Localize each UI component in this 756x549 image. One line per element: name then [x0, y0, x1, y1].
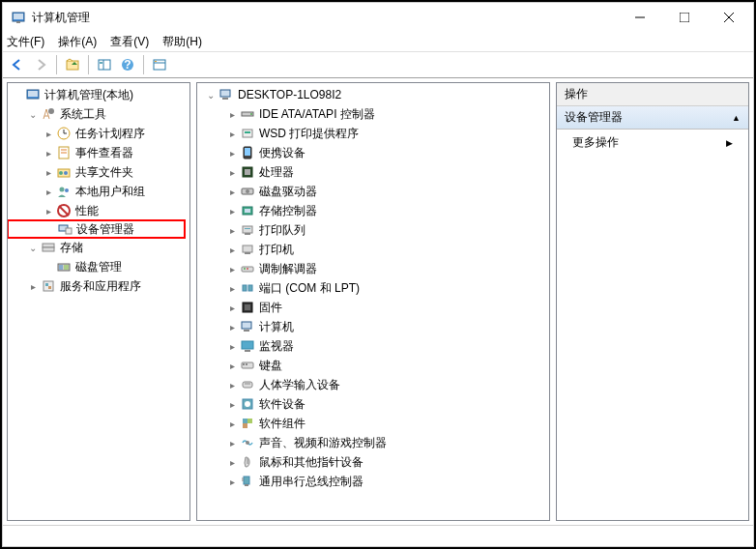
svg-rect-58	[245, 228, 250, 229]
device-category[interactable]: ▸通用串行总线控制器	[197, 472, 549, 491]
expand-icon[interactable]: ▸	[226, 456, 238, 468]
svg-rect-43	[222, 98, 228, 100]
device-category[interactable]: ▸打印队列	[197, 220, 549, 240]
device-category[interactable]: ▸人体学输入设备	[197, 375, 549, 394]
expand-icon[interactable]: ▸	[43, 186, 54, 197]
device-icon	[240, 261, 255, 276]
device-category[interactable]: ▸软件设备	[197, 394, 549, 414]
tree-local-users[interactable]: ▸本地用户和组	[8, 182, 189, 201]
expand-icon[interactable]: ▸	[226, 418, 238, 429]
device-category[interactable]: ▸处理器	[197, 162, 549, 182]
expand-icon[interactable]: ▸	[226, 108, 238, 120]
svg-rect-37	[59, 265, 63, 270]
tree-device-manager[interactable]: ▸设备管理器	[8, 219, 186, 239]
back-button[interactable]	[7, 54, 28, 75]
expand-icon[interactable]: ⌄	[205, 89, 217, 101]
forward-button[interactable]	[30, 54, 51, 75]
collapse-icon[interactable]: ▲	[732, 113, 741, 123]
device-category[interactable]: ▸计算机	[197, 317, 549, 336]
device-category[interactable]: ▸监视器	[197, 336, 549, 356]
expand-icon[interactable]: ▸	[43, 128, 54, 139]
menu-view[interactable]: 查看(V)	[110, 34, 149, 50]
svg-rect-41	[48, 286, 51, 289]
expand-icon[interactable]: ▸	[226, 379, 238, 390]
menu-file[interactable]: 文件(F)	[7, 34, 44, 50]
tree-performance[interactable]: ▸性能	[8, 201, 189, 220]
expand-icon[interactable]: ▸	[226, 128, 238, 139]
up-button[interactable]	[62, 54, 83, 75]
tree-storage[interactable]: ⌄存储	[8, 238, 189, 257]
expand-icon[interactable]: ▸	[43, 205, 54, 217]
svg-rect-73	[243, 363, 245, 365]
device-tree[interactable]: ⌄DESKTOP-1LO98I2 ▸IDE ATA/ATAPI 控制器▸WSD …	[197, 83, 549, 520]
expand-icon[interactable]: ▸	[226, 360, 238, 371]
help-button[interactable]: ?	[117, 54, 138, 75]
device-icon	[240, 222, 255, 238]
device-icon	[240, 435, 255, 450]
titlebar[interactable]: 计算机管理	[3, 3, 753, 32]
console-tree[interactable]: ▸计算机管理(本地) ⌄系统工具 ▸任务计划程序 ▸事件查看器 ▸共享文件夹 ▸…	[8, 83, 189, 520]
device-category[interactable]: ▸鼠标和其他指针设备	[197, 452, 549, 472]
expand-icon[interactable]: ▸	[226, 340, 238, 352]
device-icon	[240, 319, 255, 334]
expand-icon[interactable]: ▸	[226, 263, 238, 274]
expand-icon[interactable]: ▸	[226, 321, 238, 332]
device-category[interactable]: ▸软件组件	[197, 414, 549, 433]
tree-event-viewer[interactable]: ▸事件查看器	[8, 143, 189, 162]
expand-icon[interactable]: ▸	[43, 147, 54, 159]
device-category[interactable]: ▸键盘	[197, 356, 549, 375]
device-category[interactable]: ▸IDE ATA/ATAPI 控制器	[197, 104, 549, 124]
properties-button[interactable]	[149, 54, 170, 75]
expand-icon[interactable]: ▸	[27, 280, 39, 292]
expand-icon[interactable]: ▸	[226, 205, 238, 217]
tree-shared-folders[interactable]: ▸共享文件夹	[8, 162, 189, 182]
expand-icon[interactable]: ▸	[226, 166, 238, 178]
tree-root[interactable]: ▸计算机管理(本地)	[8, 85, 189, 104]
svg-rect-84	[244, 477, 249, 484]
menu-help[interactable]: 帮助(H)	[162, 34, 202, 50]
expand-icon[interactable]: ▸	[226, 224, 238, 236]
device-root[interactable]: ⌄DESKTOP-1LO98I2	[197, 85, 549, 104]
device-icon	[240, 416, 255, 431]
device-category[interactable]: ▸固件	[197, 298, 549, 317]
svg-rect-49	[245, 148, 250, 156]
minimize-button[interactable]	[618, 3, 662, 32]
close-button[interactable]	[707, 3, 751, 32]
action-more[interactable]: 更多操作 ▶	[557, 130, 748, 156]
menu-action[interactable]: 操作(A)	[58, 34, 97, 50]
device-category[interactable]: ▸端口 (COM 和 LPT)	[197, 278, 549, 298]
device-category[interactable]: ▸声音、视频和游戏控制器	[197, 433, 549, 452]
svg-rect-17	[28, 91, 38, 97]
device-icon	[240, 203, 255, 218]
expand-icon[interactable]: ▸	[226, 244, 238, 255]
tree-disk-management[interactable]: ▸磁盘管理	[8, 257, 189, 276]
tree-services-apps[interactable]: ▸服务和应用程序	[8, 276, 189, 296]
expand-icon[interactable]: ▸	[226, 147, 238, 159]
actions-header: 操作	[557, 83, 748, 106]
svg-rect-80	[247, 419, 252, 423]
tree-task-scheduler[interactable]: ▸任务计划程序	[8, 124, 189, 143]
actions-section-title[interactable]: 设备管理器 ▲	[557, 106, 748, 130]
device-category[interactable]: ▸WSD 打印提供程序	[197, 124, 549, 143]
device-category[interactable]: ▸磁盘驱动器	[197, 182, 549, 201]
expand-icon[interactable]: ▸	[226, 186, 238, 197]
maximize-button[interactable]	[662, 3, 707, 32]
device-icon	[240, 454, 255, 470]
device-category[interactable]: ▸调制解调器	[197, 259, 549, 278]
device-category[interactable]: ▸便携设备	[197, 143, 549, 162]
expand-icon[interactable]: ▸	[43, 166, 54, 178]
expand-icon[interactable]: ▸	[226, 476, 238, 487]
expand-icon[interactable]: ▸	[226, 282, 238, 294]
device-category[interactable]: ▸存储控制器	[197, 201, 549, 220]
svg-rect-34	[43, 244, 54, 247]
tree-system-tools[interactable]: ⌄系统工具	[8, 104, 189, 124]
expand-icon[interactable]: ▸	[226, 437, 238, 448]
svg-rect-33	[66, 228, 72, 234]
expand-icon[interactable]: ⌄	[27, 242, 39, 253]
expand-icon[interactable]: ▸	[226, 398, 238, 410]
show-hide-tree-button[interactable]	[94, 54, 115, 75]
expand-icon[interactable]: ▸	[226, 302, 238, 313]
device-category[interactable]: ▸打印机	[197, 240, 549, 259]
toolbar: ?	[3, 51, 753, 78]
expand-icon[interactable]: ⌄	[27, 108, 39, 120]
